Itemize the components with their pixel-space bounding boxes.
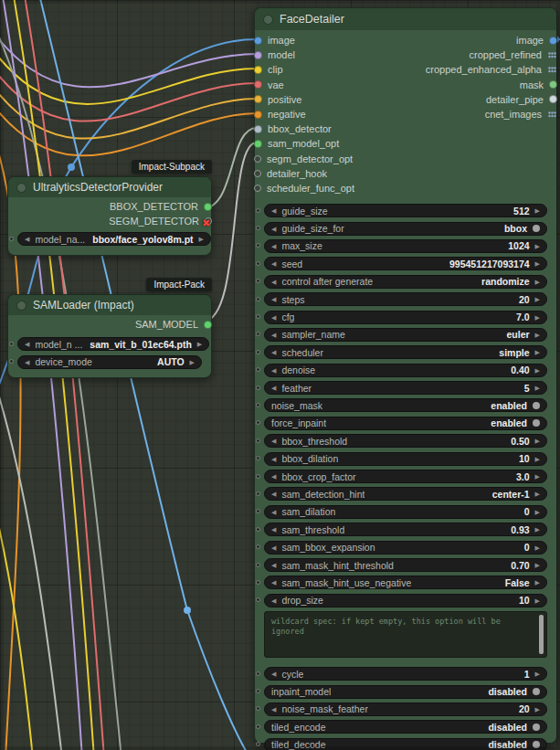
widget-input-dot[interactable] (256, 420, 260, 425)
widget-control-after-generate[interactable]: ◀control after generaterandomize▶ (264, 275, 547, 289)
increment-arrow-icon[interactable]: ▶ (535, 385, 540, 391)
widget-steps[interactable]: ◀steps20▶ (264, 292, 547, 306)
widget-scheduler[interactable]: ◀schedulersimple▶ (264, 345, 547, 359)
decrement-arrow-icon[interactable]: ◀ (271, 367, 276, 374)
node-face-detailer[interactable]: FaceDetailer imagemodelclipvaepositivene… (254, 7, 557, 744)
increment-arrow-icon[interactable]: ▶ (535, 332, 540, 338)
widget-device-mode[interactable]: ◀device_modeAUTO▶ (17, 355, 202, 369)
widget-noise-mask-feather[interactable]: ◀noise_mask_feather20▶ (264, 702, 547, 716)
widget-sam-mask-hint-use-negative[interactable]: ◀sam_mask_hint_use_negativeFalse▶ (264, 576, 547, 589)
widget-input-dot[interactable] (256, 491, 260, 496)
widget-input-dot[interactable] (256, 456, 260, 460)
output-port-detailer-pipe[interactable] (549, 95, 557, 103)
widget-noise-mask[interactable]: noise_maskenabled (264, 398, 547, 412)
widget-input-dot[interactable] (9, 342, 14, 346)
link-midpoint-dot-0[interactable] (68, 164, 75, 171)
widget-input-dot[interactable] (256, 597, 260, 602)
node-header[interactable]: UltralyticsDetectorProvider (8, 177, 211, 197)
widget-input-dot[interactable] (9, 359, 14, 364)
decrement-arrow-icon[interactable]: ◀ (271, 597, 276, 604)
decrement-arrow-icon[interactable]: ◀ (271, 260, 276, 267)
increment-arrow-icon[interactable]: ▶ (535, 579, 540, 586)
widget-sam-bbox-expansion[interactable]: ◀sam_bbox_expansion0▶ (264, 541, 547, 555)
node-collapse-dot[interactable] (16, 301, 26, 311)
widget-bbox-threshold[interactable]: ◀bbox_threshold0.50▶ (264, 434, 547, 448)
output-port-sam-model[interactable] (204, 321, 212, 329)
widget-input-dot[interactable] (256, 386, 260, 390)
decrement-arrow-icon[interactable]: ◀ (271, 456, 276, 462)
increment-arrow-icon[interactable]: ▶ (535, 509, 540, 515)
widget-sam-mask-hint-threshold[interactable]: ◀sam_mask_hint_threshold0.70▶ (264, 558, 547, 572)
widget-denoise[interactable]: ◀denoise0.40▶ (264, 364, 547, 377)
widget-sampler-name[interactable]: ◀sampler_nameeuler▶ (264, 328, 547, 342)
increment-arrow-icon[interactable]: ▶ (535, 706, 540, 713)
wildcard-textarea[interactable]: wildcard spec: if kept empty, this optio… (264, 611, 547, 658)
toggle-indicator-icon[interactable] (533, 724, 540, 731)
widget-input-dot[interactable] (256, 580, 260, 585)
increment-arrow-icon[interactable]: ▶ (535, 473, 540, 480)
widget-force-inpaint[interactable]: force_inpaintenabled (264, 417, 547, 430)
input-port-segm-detector-opt[interactable] (254, 155, 261, 163)
list-output-grid-icon[interactable] (547, 111, 557, 119)
widget-input-dot[interactable] (256, 742, 260, 746)
increment-arrow-icon[interactable]: ▶ (535, 296, 540, 302)
widget-bbox-dilation[interactable]: ◀bbox_dilation10▶ (264, 452, 547, 466)
toggle-indicator-icon[interactable] (533, 402, 540, 409)
increment-arrow-icon[interactable]: ▶ (535, 349, 540, 355)
widget-input-dot[interactable] (256, 474, 260, 479)
widget-tiled-decode[interactable]: tiled_decodedisabled (264, 738, 547, 750)
widget-input-dot[interactable] (256, 332, 260, 336)
widget-input-dot[interactable] (256, 527, 260, 532)
widget-input-dot[interactable] (256, 261, 260, 266)
decrement-arrow-icon[interactable]: ◀ (271, 544, 276, 551)
input-port-sam-model-opt[interactable] (254, 140, 262, 148)
list-output-grid-icon[interactable] (547, 51, 557, 59)
input-port-scheduler-func-opt[interactable] (254, 185, 261, 192)
output-port-mask[interactable] (549, 80, 557, 89)
decrement-arrow-icon[interactable]: ◀ (271, 385, 276, 391)
widget-input-dot[interactable] (256, 314, 260, 319)
widget-model-na[interactable]: ◀model_na...bbox/face_yolov8m.pt▶ (17, 232, 211, 246)
node-collapse-dot[interactable] (263, 15, 273, 25)
widget-input-dot[interactable] (256, 279, 260, 283)
widget-inpaint-model[interactable]: inpaint_modeldisabled (264, 685, 547, 699)
decrement-arrow-icon[interactable]: ◀ (271, 226, 276, 232)
widget-input-dot[interactable] (256, 671, 260, 676)
decrement-arrow-icon[interactable]: ◀ (271, 491, 276, 497)
input-port-image[interactable] (254, 37, 262, 45)
widget-tiled-encode[interactable]: tiled_encodedisabled (264, 720, 547, 734)
increment-arrow-icon[interactable]: ▶ (535, 279, 540, 285)
output-port-bbox-detector[interactable] (204, 203, 212, 211)
increment-arrow-icon[interactable]: ▶ (535, 314, 540, 321)
increment-arrow-icon[interactable]: ▶ (535, 260, 540, 267)
decrement-arrow-icon[interactable]: ◀ (271, 526, 276, 533)
increment-arrow-icon[interactable]: ▶ (535, 544, 540, 551)
decrement-arrow-icon[interactable]: ◀ (25, 359, 29, 365)
node-collapse-dot[interactable] (16, 183, 26, 193)
decrement-arrow-icon[interactable]: ◀ (271, 243, 276, 249)
decrement-arrow-icon[interactable]: ◀ (271, 279, 276, 285)
widget-input-dot[interactable] (256, 706, 260, 711)
widget-max-size[interactable]: ◀max_size1024▶ (264, 239, 547, 253)
widget-cycle[interactable]: ◀cycle1▶ (264, 667, 547, 681)
increment-arrow-icon[interactable]: ▶ (535, 597, 540, 604)
widget-feather[interactable]: ◀feather5▶ (264, 381, 547, 395)
widget-cfg[interactable]: ◀cfg7.0▶ (264, 311, 547, 324)
input-port-detailer-hook[interactable] (254, 170, 261, 177)
decrement-arrow-icon[interactable]: ◀ (271, 438, 276, 444)
decrement-arrow-icon[interactable]: ◀ (271, 562, 276, 568)
input-port-vae[interactable] (254, 80, 262, 89)
widget-input-dot[interactable] (256, 226, 260, 230)
widget-sam-detection-hint[interactable]: ◀sam_detection_hintcenter-1▶ (264, 487, 547, 501)
list-output-grid-icon[interactable] (547, 66, 557, 74)
widget-model-n[interactable]: ◀model_n ...sam_vit_b_01ec64.pth▶ (17, 337, 209, 351)
widget-guide-size-for[interactable]: ◀guide_size_forbbox (264, 222, 547, 236)
decrement-arrow-icon[interactable]: ◀ (271, 706, 276, 713)
widget-sam-threshold[interactable]: ◀sam_threshold0.93▶ (264, 523, 547, 536)
increment-arrow-icon[interactable]: ▶ (535, 491, 540, 497)
increment-arrow-icon[interactable]: ▶ (535, 207, 540, 214)
widget-input-dot[interactable] (256, 208, 260, 213)
toggle-indicator-icon[interactable] (533, 225, 540, 232)
decrement-arrow-icon[interactable]: ◀ (25, 236, 29, 242)
link-midpoint-dot-1[interactable] (184, 607, 191, 614)
